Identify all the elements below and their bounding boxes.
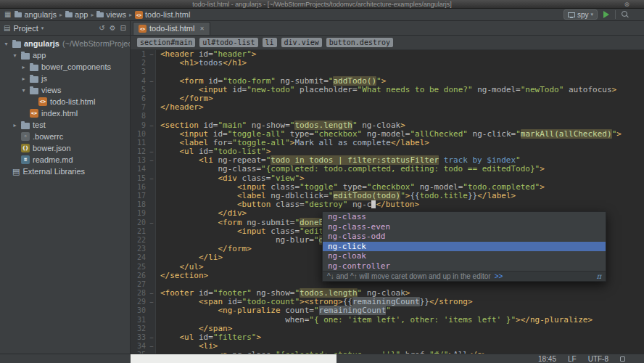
- fold-icon[interactable]: −: [148, 50, 156, 59]
- line-number: 16: [131, 183, 148, 192]
- tree-chevron-icon[interactable]: ▾: [3, 41, 9, 47]
- breadcrumb-item[interactable]: angularjs: [15, 10, 57, 19]
- fold-icon[interactable]: −: [148, 147, 156, 156]
- folder-icon: [21, 123, 30, 129]
- fold-gutter: [148, 253, 156, 262]
- fold-gutter: [148, 183, 156, 192]
- fold-gutter: [148, 68, 156, 76]
- editor-breadcrumb-chip[interactable]: section#main: [137, 38, 195, 47]
- completion-item[interactable]: ng-controller: [323, 261, 606, 272]
- search-icon[interactable]: [622, 11, 629, 19]
- refresh-icon[interactable]: ↺: [99, 24, 104, 32]
- tree-item-external-libraries[interactable]: ▤External Libraries: [0, 166, 130, 177]
- completion-item[interactable]: ng-class-odd: [323, 232, 606, 242]
- encoding-indicator[interactable]: UTF-8: [588, 355, 608, 363]
- fold-icon[interactable]: −: [148, 298, 156, 306]
- close-icon[interactable]: ⊗: [624, 0, 629, 9]
- project-tree: ▾angularjs (~/WebStormProjects▾app▸bower…: [0, 38, 130, 177]
- fold-icon[interactable]: −: [148, 219, 156, 227]
- project-panel-icon[interactable]: ▤: [4, 24, 10, 32]
- completion-item[interactable]: ng-cloak: [323, 251, 606, 261]
- tree-chevron-icon[interactable]: ▾: [20, 87, 27, 94]
- code-line[interactable]: 2 <h1>todos</h1>: [131, 59, 644, 68]
- tree-item-readme-md[interactable]: ≡readme.md: [0, 154, 130, 166]
- tree-item-index-html[interactable]: <>index.html: [0, 107, 130, 119]
- caret-position[interactable]: 18:45: [538, 355, 556, 363]
- collapse-all-icon[interactable]: ⊟: [120, 24, 126, 32]
- line-number: 25: [131, 263, 148, 272]
- hint-text: ^↓ and ^↑ will move caret down and up in…: [327, 272, 491, 280]
- fold-icon[interactable]: −: [148, 289, 156, 298]
- tree-item-bower-json[interactable]: {}bower.json: [0, 142, 130, 154]
- fold-gutter: [148, 272, 156, 280]
- divider: [615, 10, 616, 19]
- html-file-icon: <>: [139, 25, 146, 33]
- breadcrumb-item[interactable]: views: [96, 10, 126, 19]
- completion-item[interactable]: ng-click: [323, 242, 606, 252]
- lock-icon[interactable]: [620, 356, 625, 362]
- line-number: 7: [131, 103, 148, 112]
- tree-item-test[interactable]: ▸test: [0, 119, 130, 131]
- line-number: 18: [131, 200, 148, 209]
- fold-icon[interactable]: −: [148, 342, 156, 351]
- project-panel-toolbar: ↺ ⚙ ⊟: [99, 24, 126, 32]
- fold-icon[interactable]: −: [148, 174, 156, 183]
- fold-icon[interactable]: −: [148, 121, 156, 130]
- tree-item-label: app: [33, 51, 46, 60]
- hint-more-link[interactable]: >>: [495, 272, 503, 280]
- project-panel-title[interactable]: Project: [13, 24, 38, 33]
- rc-file-icon: ◦: [21, 132, 30, 141]
- editor-breadcrumb-chip[interactable]: button.destroy: [326, 38, 393, 47]
- fold-icon[interactable]: −: [148, 333, 156, 342]
- fold-icon[interactable]: −: [148, 156, 156, 165]
- fold-gutter: [148, 200, 156, 209]
- code-area[interactable]: 1−<header id="header">2 <h1>todos</h1>34…: [131, 50, 644, 362]
- breadcrumb-item[interactable]: app: [65, 10, 88, 19]
- tab-todo-list-html[interactable]: <> todo-list.html ✕: [133, 22, 210, 35]
- tree-item-label: js: [41, 74, 47, 83]
- tree-item--bowerrc[interactable]: ◦.bowerrc: [0, 131, 130, 142]
- panels-icon[interactable]: ▦: [4, 11, 11, 18]
- tree-item-js[interactable]: ▸js: [0, 73, 130, 84]
- folder-icon: [96, 12, 104, 17]
- tree-item-label: views: [41, 86, 62, 94]
- line-number: 28: [131, 289, 148, 298]
- line-number: 19: [131, 209, 148, 218]
- fold-gutter: [148, 209, 156, 218]
- fold-gutter: [148, 86, 156, 94]
- tree-chevron-icon[interactable]: ▸: [20, 76, 27, 82]
- completion-hint: ^↓ and ^↑ will move caret down and up in…: [323, 271, 606, 281]
- tree-chevron-icon[interactable]: ▸: [12, 122, 18, 129]
- white-strip: [131, 354, 337, 363]
- tree-item-todo-list-html[interactable]: <>todo-list.html: [0, 96, 130, 107]
- tree-item-path: (~/WebStormProjects: [62, 39, 130, 48]
- breadcrumb-item[interactable]: <>todo-list.html: [135, 10, 190, 19]
- tree-item-app[interactable]: ▾app: [0, 49, 130, 61]
- chevron-down-icon: ▾: [41, 25, 44, 31]
- line-number: 21: [131, 227, 148, 236]
- tree-item-views[interactable]: ▾views: [0, 84, 130, 96]
- tree-chevron-icon[interactable]: ▾: [12, 52, 18, 59]
- close-tab-icon[interactable]: ✕: [199, 25, 205, 32]
- editor-breadcrumb-chip[interactable]: div.view: [281, 38, 322, 47]
- tree-chevron-icon[interactable]: ▸: [20, 64, 27, 70]
- fold-icon[interactable]: −: [148, 77, 156, 86]
- run-button[interactable]: [603, 11, 609, 18]
- tree-item-label: readme.md: [33, 155, 73, 164]
- editor-breadcrumb-chip[interactable]: ul#todo-list: [199, 38, 257, 47]
- fold-gutter: [148, 236, 156, 245]
- tree-item-bower-components[interactable]: ▸bower_components: [0, 61, 130, 73]
- editor-breadcrumb-chip[interactable]: li: [263, 38, 277, 47]
- line-number: 24: [131, 253, 148, 262]
- editor-breadcrumbs: section#mainul#todo-listlidiv.viewbutton…: [131, 36, 644, 50]
- completion-item[interactable]: ng-class: [323, 212, 606, 222]
- tree-item-label: .bowerrc: [33, 132, 63, 141]
- tree-item-angularjs[interactable]: ▾angularjs (~/WebStormProjects: [0, 38, 130, 49]
- fold-gutter: [148, 316, 156, 325]
- completion-item[interactable]: ng-class-even: [323, 222, 606, 232]
- code-line[interactable]: 6 </form>: [131, 94, 644, 103]
- line-ending-indicator[interactable]: LF: [568, 355, 577, 363]
- settings-icon[interactable]: ⚙: [110, 24, 116, 32]
- spy-js-button[interactable]: spy ▾: [564, 9, 598, 20]
- code-line[interactable]: 7</header>: [131, 103, 644, 112]
